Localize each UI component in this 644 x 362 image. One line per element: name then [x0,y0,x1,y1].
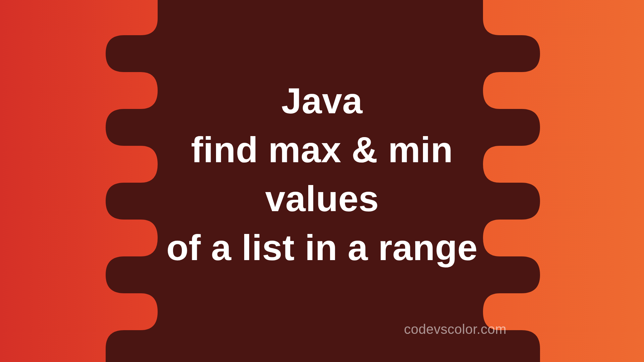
title-line-4: of a list in a range [166,223,478,272]
title-line-1: Java [166,76,478,125]
banner-title: Java find max & min values of a list in … [166,76,478,272]
title-line-3: values [166,174,478,223]
watermark-text: codevscolor.com [404,322,506,337]
title-container: Java find max & min values of a list in … [0,0,644,362]
title-line-2: find max & min [166,125,478,174]
banner-stage: Java find max & min values of a list in … [0,0,644,362]
